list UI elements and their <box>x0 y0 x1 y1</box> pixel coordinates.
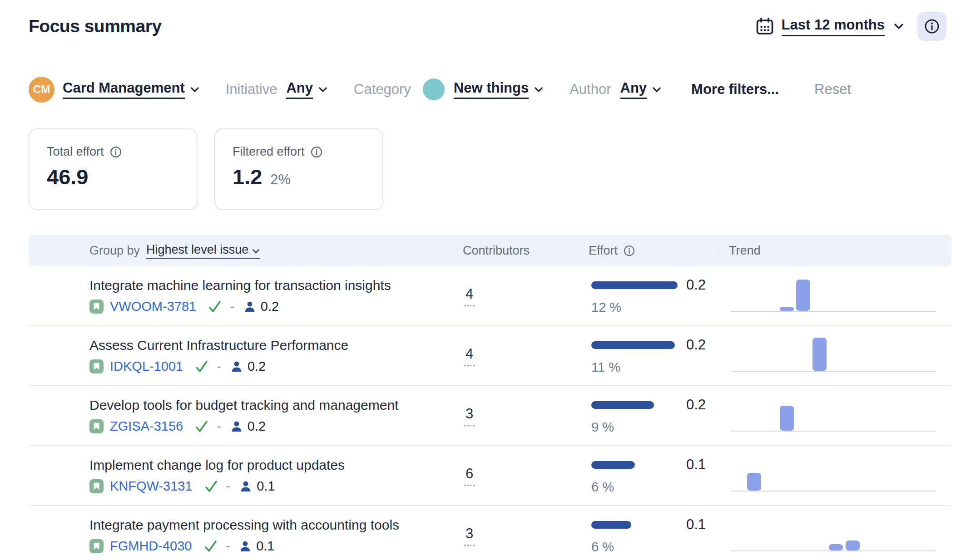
calendar-icon <box>755 17 774 36</box>
contributors-count[interactable]: 3 <box>464 526 475 546</box>
filter-team[interactable]: CM Card Management <box>29 77 199 103</box>
chevron-down-icon <box>318 87 327 93</box>
contributors-count[interactable]: 4 <box>464 346 475 366</box>
total-effort-value: 46.9 <box>47 164 88 189</box>
effort-value: 0.2 <box>686 337 706 353</box>
more-filters-button[interactable]: More filters... <box>691 81 779 98</box>
table-row: Assess Current Infrastructure Performanc… <box>29 326 951 386</box>
filtered-effort-percent: 2% <box>270 172 291 188</box>
trend-bar <box>780 406 794 431</box>
group-by-select[interactable]: Highest level issue <box>146 243 260 259</box>
total-effort-label: Total effort <box>47 145 104 159</box>
filter-initiative[interactable]: Any <box>286 80 327 99</box>
effort-percent: 11 % <box>591 360 719 375</box>
effort-bar <box>591 401 654 409</box>
separator-dash: - <box>230 299 234 314</box>
total-effort-card: Total effort 46.9 <box>29 128 198 210</box>
chevron-down-icon <box>652 87 661 93</box>
date-range-button[interactable]: Last 12 months <box>755 17 904 36</box>
effort-bar <box>591 341 675 349</box>
separator-dash: - <box>226 479 231 494</box>
column-header-trend: Trend <box>719 244 951 258</box>
issue-key-link[interactable]: KNFQW-3131 <box>110 479 193 494</box>
trend-bar <box>780 307 794 311</box>
done-check-icon <box>195 360 208 373</box>
issue-title: Implement change log for product updates <box>89 457 453 473</box>
effort-percent: 6 % <box>591 480 719 495</box>
issue-key-link[interactable]: IDKQL-1001 <box>110 359 183 374</box>
done-check-icon <box>204 540 218 553</box>
contributors-count[interactable]: 3 <box>464 406 475 426</box>
table-row: Implement change log for product updates… <box>29 446 951 506</box>
person-icon <box>243 300 256 313</box>
stat-cards: Total effort 46.9 Filtered effort <box>29 128 383 210</box>
effort-value: 0.2 <box>686 397 706 413</box>
member-effort-value: 0.2 <box>261 299 279 314</box>
filter-bar: CM Card Management Initiative Any Catego… <box>29 74 851 105</box>
issue-key-link[interactable]: VWOOM-3781 <box>110 299 196 314</box>
trend-bar <box>747 473 761 491</box>
person-icon <box>230 360 243 373</box>
focus-table: Group by Highest level issue Contributor… <box>29 235 951 560</box>
info-icon[interactable] <box>310 146 323 158</box>
chevron-down-icon <box>252 249 260 254</box>
filtered-effort-label: Filtered effort <box>233 145 305 159</box>
contributors-count[interactable]: 6 <box>464 466 475 486</box>
author-filter-label: Author <box>570 81 611 98</box>
table-row: Develop tools for budget tracking and ma… <box>29 386 951 446</box>
member-effort-value: 0.1 <box>257 479 275 494</box>
issue-title: Integrate payment processing with accoun… <box>89 517 453 533</box>
chevron-down-icon <box>534 87 543 93</box>
category-color-dot <box>423 79 445 100</box>
done-check-icon <box>208 300 222 314</box>
trend-bar <box>846 540 860 550</box>
category-filter-value: New things <box>454 80 529 99</box>
chevron-down-icon <box>894 23 904 29</box>
person-icon <box>230 420 243 433</box>
person-icon <box>239 480 252 493</box>
effort-percent: 6 % <box>591 540 719 555</box>
effort-value: 0.1 <box>686 516 706 533</box>
filter-category[interactable]: New things <box>420 79 543 100</box>
initiative-filter-label: Initiative <box>226 81 277 98</box>
info-icon <box>924 18 940 34</box>
page-title: Focus summary <box>29 16 162 36</box>
member-effort-value: 0.2 <box>248 419 266 434</box>
filtered-effort-card: Filtered effort 1.2 2% <box>214 128 383 210</box>
issue-key-link[interactable]: ZGISA-3156 <box>110 419 183 434</box>
info-button[interactable] <box>917 12 946 41</box>
separator-dash: - <box>217 419 221 434</box>
issue-title: Integrate machine learning for transacti… <box>89 278 453 293</box>
team-avatar: CM <box>29 77 54 103</box>
contributors-count[interactable]: 4 <box>464 286 475 306</box>
effort-value: 0.2 <box>686 277 706 293</box>
issue-type-icon <box>89 359 104 373</box>
person-icon <box>239 540 252 553</box>
trend-bar <box>796 280 810 311</box>
info-icon[interactable] <box>109 146 122 158</box>
issue-type-icon <box>89 419 104 433</box>
filtered-effort-value: 1.2 <box>233 164 262 189</box>
filter-author[interactable]: Any <box>620 80 662 99</box>
separator-dash: - <box>217 359 221 374</box>
category-filter-label: Category <box>354 81 411 98</box>
effort-bar <box>591 461 635 469</box>
issue-title: Develop tools for budget tracking and ma… <box>89 398 453 413</box>
issue-type-icon <box>89 539 104 553</box>
effort-bar <box>591 521 631 529</box>
effort-value: 0.1 <box>686 457 706 473</box>
group-by-label: Group by <box>89 244 140 258</box>
author-filter-value: Any <box>620 80 647 99</box>
table-row: Integrate payment processing with accoun… <box>29 506 951 560</box>
column-header-effort: Effort <box>579 244 719 258</box>
trend-bar <box>829 544 843 550</box>
trend-sparkline <box>731 446 936 491</box>
issue-title: Assess Current Infrastructure Performanc… <box>89 338 453 353</box>
reset-filters-button[interactable]: Reset <box>814 81 851 98</box>
member-effort-value: 0.1 <box>256 539 274 554</box>
issue-type-icon <box>89 479 104 493</box>
separator-dash: - <box>226 539 230 554</box>
member-effort-value: 0.2 <box>248 359 266 374</box>
issue-key-link[interactable]: FGMHD-4030 <box>110 539 192 554</box>
info-icon[interactable] <box>623 245 635 257</box>
